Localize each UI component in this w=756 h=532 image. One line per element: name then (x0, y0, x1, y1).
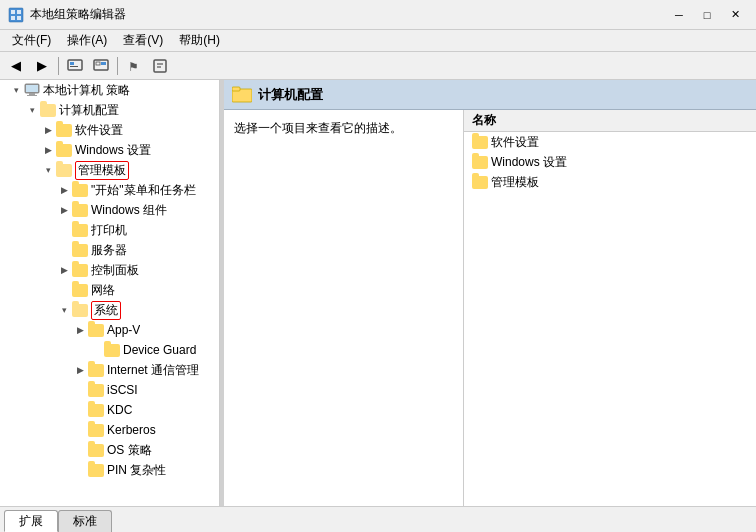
folder-icon-kerberos (88, 424, 104, 437)
header-folder-icon (232, 86, 252, 104)
tree-label-win-components: Windows 组件 (91, 202, 167, 219)
folder-icon-admin-templates (56, 164, 72, 177)
tree-item-start-menu[interactable]: ▶ "开始"菜单和任务栏 (0, 180, 219, 200)
toolbar-btn-1[interactable] (63, 55, 87, 77)
forward-button[interactable]: ▶ (30, 55, 54, 77)
svg-rect-9 (101, 62, 106, 65)
tree-item-pin[interactable]: ▶ PIN 复杂性 (0, 460, 219, 480)
menu-view[interactable]: 查看(V) (115, 30, 171, 51)
toolbar-btn-3[interactable]: ⚑ (122, 55, 146, 77)
tree-label-app-v: App-V (107, 323, 140, 337)
tree-label-windows-settings: Windows 设置 (75, 142, 151, 159)
minimize-button[interactable]: ─ (666, 5, 692, 25)
svg-rect-1 (11, 10, 15, 14)
list-header-name: 名称 (472, 112, 496, 129)
list-item-software[interactable]: 软件设置 (464, 132, 756, 152)
menu-file[interactable]: 文件(F) (4, 30, 59, 51)
app-icon (8, 7, 24, 23)
folder-icon-control-panel (72, 264, 88, 277)
expand-windows-settings[interactable]: ▶ (40, 142, 56, 158)
list-item-label-admin: 管理模板 (491, 174, 539, 191)
menu-bar: 文件(F) 操作(A) 查看(V) 帮助(H) (0, 30, 756, 52)
right-header-title: 计算机配置 (258, 86, 323, 104)
tree-label-device-guard: Device Guard (123, 343, 196, 357)
computer-icon (24, 83, 40, 97)
folder-icon-start-menu (72, 184, 88, 197)
folder-icon-device-guard (104, 344, 120, 357)
maximize-button[interactable]: □ (694, 5, 720, 25)
tree-item-admin-templates[interactable]: ▾ 管理模板 (0, 160, 219, 180)
tree-item-app-v[interactable]: ▶ App-V (0, 320, 219, 340)
tree-item-kdc[interactable]: ▶ KDC (0, 400, 219, 420)
tree-item-device-guard[interactable]: ▶ Device Guard (0, 340, 219, 360)
tree-item-win-components[interactable]: ▶ Windows 组件 (0, 200, 219, 220)
tree-item-iscsi[interactable]: ▶ iSCSI (0, 380, 219, 400)
tree-label-pin: PIN 复杂性 (107, 462, 166, 479)
list-item-admin[interactable]: 管理模板 (464, 172, 756, 192)
svg-text:⚑: ⚑ (128, 60, 139, 74)
back-button[interactable]: ◀ (4, 55, 28, 77)
list-header: 名称 (464, 110, 756, 132)
tree-item-control-panel[interactable]: ▶ 控制面板 (0, 260, 219, 280)
tree-item-internet-comms[interactable]: ▶ Internet 通信管理 (0, 360, 219, 380)
expand-software[interactable]: ▶ (40, 122, 56, 138)
folder-icon-iscsi (88, 384, 104, 397)
tab-standard[interactable]: 标准 (58, 510, 112, 532)
list-panel: 名称 软件设置 Windows 设置 管理模板 (464, 110, 756, 506)
expand-computer[interactable]: ▾ (24, 102, 40, 118)
folder-icon-os-policy (88, 444, 104, 457)
tree-label-system: 系统 (91, 301, 121, 320)
list-item-folder-icon-windows (472, 156, 488, 169)
menu-action[interactable]: 操作(A) (59, 30, 115, 51)
toolbar-btn-4[interactable] (148, 55, 172, 77)
right-panel-header: 计算机配置 (224, 80, 756, 110)
folder-icon-internet-comms (88, 364, 104, 377)
tree-panel: ▾ 本地计算机 策略 ▾ 计算机配置 ▶ 软件设置 ▶ (0, 80, 220, 506)
expand-win-components[interactable]: ▶ (56, 202, 72, 218)
folder-icon-app-v (88, 324, 104, 337)
list-item-windows[interactable]: Windows 设置 (464, 152, 756, 172)
list-item-label-windows: Windows 设置 (491, 154, 567, 171)
tab-expand[interactable]: 扩展 (4, 510, 58, 532)
folder-icon-system (72, 304, 88, 317)
folder-icon-pin (88, 464, 104, 477)
folder-icon-network (72, 284, 88, 297)
menu-help[interactable]: 帮助(H) (171, 30, 228, 51)
tree-item-server[interactable]: ▶ 服务器 (0, 240, 219, 260)
svg-rect-2 (17, 10, 21, 14)
tree-label-admin-templates: 管理模板 (75, 161, 129, 180)
list-item-folder-icon-software (472, 136, 488, 149)
tree-label-computer: 计算机配置 (59, 102, 119, 119)
tree-item-system[interactable]: ▾ 系统 (0, 300, 219, 320)
tree-item-os-policy[interactable]: ▶ OS 策略 (0, 440, 219, 460)
expand-control-panel[interactable]: ▶ (56, 262, 72, 278)
folder-icon-software (56, 124, 72, 137)
title-controls: ─ □ ✕ (666, 5, 748, 25)
svg-rect-6 (70, 62, 74, 65)
tree-item-printer[interactable]: ▶ 打印机 (0, 220, 219, 240)
tree-label-software: 软件设置 (75, 122, 123, 139)
title-text: 本地组策略编辑器 (30, 6, 126, 23)
close-button[interactable]: ✕ (722, 5, 748, 25)
expand-internet-comms[interactable]: ▶ (72, 362, 88, 378)
tree-item-software[interactable]: ▶ 软件设置 (0, 120, 219, 140)
tree-item-kerberos[interactable]: ▶ Kerberos (0, 420, 219, 440)
tree-item-network[interactable]: ▶ 网络 (0, 280, 219, 300)
expand-system[interactable]: ▾ (56, 302, 72, 318)
expand-app-v[interactable]: ▶ (72, 322, 88, 338)
toolbar-btn-2[interactable] (89, 55, 113, 77)
expand-start-menu[interactable]: ▶ (56, 182, 72, 198)
tree-root[interactable]: ▾ 本地计算机 策略 (0, 80, 219, 100)
expand-root[interactable]: ▾ (8, 82, 24, 98)
tree-root-label: 本地计算机 策略 (43, 82, 130, 99)
tree-label-start-menu: "开始"菜单和任务栏 (91, 182, 196, 199)
list-item-label-software: 软件设置 (491, 134, 539, 151)
tree-label-internet-comms: Internet 通信管理 (107, 362, 199, 379)
tree-label-network: 网络 (91, 282, 115, 299)
tree-item-windows-settings[interactable]: ▶ Windows 设置 (0, 140, 219, 160)
svg-rect-3 (11, 16, 15, 20)
tree-item-computer[interactable]: ▾ 计算机配置 (0, 100, 219, 120)
folder-icon-windows-settings (56, 144, 72, 157)
list-item-folder-icon-admin (472, 176, 488, 189)
expand-admin-templates[interactable]: ▾ (40, 162, 56, 178)
